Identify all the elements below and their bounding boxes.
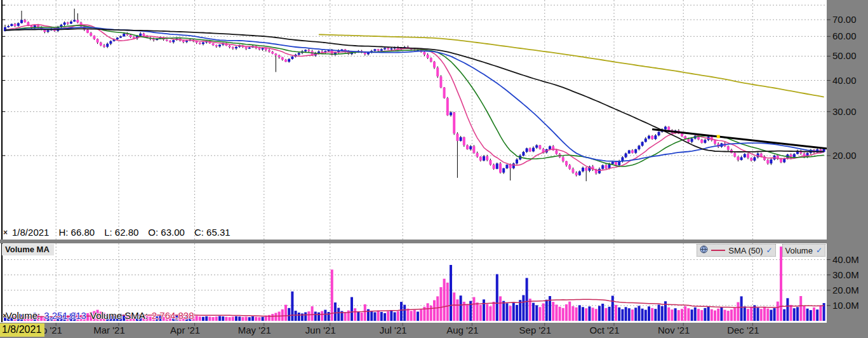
ohlc-info-bar: × 1/8/2021 H: 66.80 L: 62.80 O: 63.00 C:… (3, 227, 230, 238)
stock-chart-window: × 1/8/2021 H: 66.80 L: 62.80 O: 63.00 C:… (0, 0, 868, 338)
chart-plot[interactable] (0, 0, 868, 338)
volume-tick-label: 30.0M (832, 269, 859, 280)
month-tick-label: Oct '21 (589, 325, 619, 335)
volume-label: Volume: (6, 310, 40, 321)
month-tick-label: Dec '21 (727, 325, 759, 335)
month-tick-label: Aug '21 (446, 325, 478, 335)
price-tick-label: 50.00 (832, 50, 857, 61)
chevron-down-icon[interactable]: ✓ (816, 247, 822, 254)
month-tick-label: Apr '21 (170, 325, 200, 335)
sma-legend-label: SMA (50) (728, 246, 763, 255)
month-tick-label: May '21 (238, 325, 271, 335)
ohlc-open: O: 63.00 (148, 227, 185, 238)
volume-tick-label: 10.0M (832, 300, 859, 311)
volume-sma-selector[interactable]: SMA (50) ✓ (697, 244, 775, 257)
volume-info-bar: × Volume: 3,251,813 Volume SMA: 2,764,83… (3, 310, 194, 321)
chevron-down-icon[interactable]: ✓ (766, 247, 773, 254)
month-tick-label: Jun '21 (305, 325, 336, 335)
volume-tick-label: 40.0M (832, 254, 859, 265)
volume-value: 3,251,813 (44, 310, 86, 321)
ohlc-high: H: 66.80 (58, 227, 95, 238)
ohlc-close: C: 65.31 (194, 227, 230, 238)
month-tick-label: Sep '21 (519, 325, 551, 335)
month-tick-label: Mar '21 (93, 325, 125, 335)
price-tick-label: 30.00 (832, 106, 857, 117)
globe-icon[interactable] (700, 245, 708, 255)
selected-date-tag: 1/8/2021 (0, 323, 44, 337)
volume-indicator-selector[interactable]: Volume ✓ (782, 244, 825, 257)
volume-pane-title: Volume MA (2, 244, 54, 255)
month-tick-label: Jul '21 (380, 325, 407, 335)
price-tick-label: 60.00 (832, 30, 857, 41)
price-tick-label: 40.00 (832, 75, 857, 86)
trendline-handle (717, 135, 720, 138)
close-icon[interactable]: × (3, 228, 8, 237)
ohlc-low: L: 62.80 (104, 227, 138, 238)
sma-line-swatch (711, 250, 725, 251)
month-tick-label: Nov '21 (658, 325, 690, 335)
volume-sma-value: 2,764,838 (152, 310, 194, 321)
volume-sma-label: Volume SMA: (90, 310, 148, 321)
volume-tick-label: 20.0M (832, 285, 859, 295)
volume-legend-label: Volume (785, 246, 813, 255)
price-tick-label: 70.00 (832, 14, 857, 25)
volume-legend: SMA (50) ✓ Volume ✓ (697, 244, 825, 257)
ohlc-date: 1/8/2021 (12, 227, 49, 238)
price-tick-label: 20.00 (832, 150, 857, 161)
